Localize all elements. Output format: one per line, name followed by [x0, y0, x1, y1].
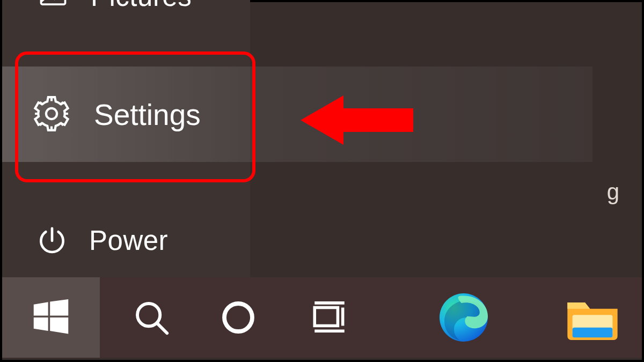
power-icon	[35, 224, 68, 256]
svg-marker-3	[301, 95, 413, 145]
taskbar-start-button[interactable]	[2, 277, 100, 358]
gear-icon	[31, 93, 72, 135]
taskbar-cortana-button[interactable]	[201, 277, 276, 358]
taskbar-task-view-button[interactable]	[292, 277, 367, 358]
cortana-icon	[217, 297, 259, 338]
svg-line-5	[157, 323, 167, 333]
svg-point-2	[46, 108, 57, 119]
taskbar-pinned-edge[interactable]	[410, 277, 517, 358]
edge-browser-icon	[435, 289, 493, 346]
windows-logo-icon	[28, 294, 74, 341]
svg-rect-13	[573, 328, 613, 338]
start-menu-item-pictures[interactable]: Pictures	[37, 0, 284, 20]
background-text-fragment: g	[607, 179, 619, 205]
taskbar	[2, 277, 642, 358]
start-menu-item-settings[interactable]: Settings	[2, 67, 592, 162]
svg-point-6	[224, 304, 252, 331]
svg-rect-7	[314, 308, 338, 326]
pictures-icon	[37, 0, 69, 12]
start-menu-item-label: Power	[89, 225, 168, 256]
task-view-icon	[310, 298, 349, 337]
start-menu-item-label: Settings	[94, 98, 201, 132]
svg-rect-0	[41, 0, 65, 4]
file-explorer-icon	[562, 287, 623, 348]
start-menu-item-power[interactable]: Power	[35, 208, 282, 272]
taskbar-search-button[interactable]	[114, 277, 189, 358]
taskbar-pinned-file-explorer[interactable]	[539, 277, 644, 358]
search-icon	[130, 297, 172, 338]
annotation-arrow-left-icon	[301, 92, 413, 148]
screenshot-frame: Pictures Settings Power g	[0, 0, 644, 362]
start-menu-item-label: Pictures	[91, 0, 192, 12]
